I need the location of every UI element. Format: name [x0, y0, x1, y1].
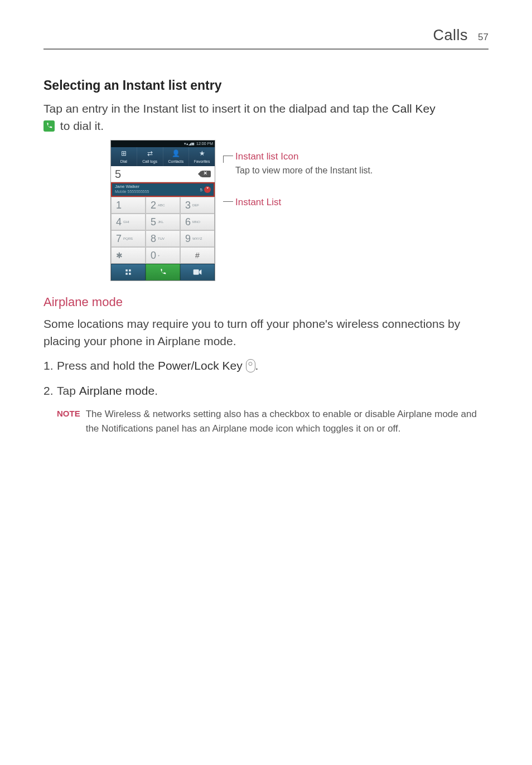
key-6[interactable]: 6MNO — [180, 214, 215, 230]
step-1: 1. Press and hold the Power/Lock Key . — [43, 357, 489, 374]
key-sub: + — [158, 253, 160, 258]
key-main: # — [195, 250, 200, 261]
step-2: 2. Tap Airplane mode. — [43, 382, 489, 399]
call-logs-icon: ⇄ — [147, 149, 153, 158]
key-main: 9 — [185, 231, 191, 246]
contacts-icon: 👤 — [172, 149, 180, 158]
statusbar: ▾▴◢◼ 12:00 PM — [111, 141, 215, 147]
page-number: 57 — [478, 31, 489, 45]
key-main: ✱ — [116, 250, 123, 261]
dialer-figure: ▾▴◢◼ 12:00 PM ⊞ Dial ⇄ Call logs 👤 Conta… — [110, 140, 489, 281]
section1-paragraph: Tap an entry in the Instant list to inse… — [43, 100, 489, 134]
note-text: The Wireless & networks setting also has… — [86, 407, 489, 435]
steps-list: 1. Press and hold the Power/Lock Key . 2… — [43, 357, 489, 399]
svg-rect-0 — [194, 270, 199, 275]
key-9[interactable]: 9WXYZ — [180, 230, 215, 247]
instant-entry-name: Jane Walker — [115, 185, 149, 189]
callout-instant-list-icon: Instant list Icon Tap to view more of th… — [223, 150, 373, 177]
key-0[interactable]: 0+ — [146, 247, 180, 264]
dial-icon: ⊞ — [121, 149, 127, 158]
tab-label: Call logs — [142, 159, 157, 164]
instant-list-expand[interactable]: 5 ˅ — [200, 186, 211, 193]
tab-favorites[interactable]: ★ Favorites — [189, 147, 215, 166]
key-7[interactable]: 7PQRS — [111, 230, 146, 247]
key-sub: WXYZ — [192, 236, 202, 241]
callout-title: Instant list Icon — [235, 150, 373, 164]
callout-title: Instant List — [235, 196, 373, 210]
keypad: 1 2ABC 3DEF 4GHI 5JKL 6MNO 7PQRS 8TUV 9W… — [111, 197, 215, 264]
dialed-number: 5 — [115, 166, 121, 182]
section1-para-b: to dial it. — [57, 119, 104, 132]
key-main: 0 — [151, 248, 156, 263]
tab-dial[interactable]: ⊞ Dial — [111, 147, 137, 166]
note-block: NOTE The Wireless & networks setting als… — [43, 407, 489, 435]
tab-label: Dial — [120, 159, 127, 164]
section2-paragraph: Some locations may require you to turn o… — [43, 316, 489, 350]
key-sub: PQRS — [123, 236, 133, 241]
key-main: 2 — [151, 198, 156, 212]
step2-text-a: Tap — [57, 384, 79, 397]
favorites-icon: ★ — [199, 149, 205, 158]
tab-call-logs[interactable]: ⇄ Call logs — [137, 147, 163, 166]
key-2[interactable]: 2ABC — [146, 197, 180, 214]
callout-desc: Tap to view more of the Instant list. — [235, 164, 373, 177]
note-label: NOTE — [57, 407, 80, 435]
section1-para-a: Tap an entry in the Instant list to inse… — [43, 102, 392, 115]
call-button[interactable] — [146, 264, 180, 280]
step1-text-a: Press and hold the — [57, 359, 158, 372]
tab-label: Favorites — [194, 159, 210, 164]
dialer-action-bar — [111, 264, 215, 280]
dialer-tabs: ⊞ Dial ⇄ Call logs 👤 Contacts ★ Favorite… — [111, 147, 215, 166]
key-star[interactable]: ✱ — [111, 247, 146, 264]
key-main: 5 — [151, 215, 156, 229]
call-key-label: Call Key — [392, 102, 436, 115]
video-call-button[interactable] — [180, 264, 215, 280]
step-number: 1. — [43, 357, 54, 374]
section-title-airplane-mode: Airplane mode — [43, 293, 489, 311]
key-8[interactable]: 8TUV — [146, 230, 180, 247]
key-sub: TUV — [158, 236, 165, 241]
statusbar-time: 12:00 PM — [196, 141, 213, 147]
step-number: 2. — [43, 382, 54, 399]
call-key-icon — [43, 120, 55, 132]
callout-leader — [223, 201, 233, 202]
voicemail-button[interactable] — [111, 264, 146, 280]
key-sub: JKL — [158, 220, 163, 225]
backspace-icon[interactable] — [201, 171, 211, 177]
page-header: Calls 57 — [43, 25, 489, 50]
key-sub: GHI — [123, 220, 129, 225]
key-3[interactable]: 3DEF — [180, 197, 215, 214]
step2-text-b: . — [154, 384, 158, 397]
key-main: 4 — [116, 215, 122, 229]
power-lock-key-icon — [246, 359, 255, 372]
key-1[interactable]: 1 — [111, 197, 146, 214]
tab-contacts[interactable]: 👤 Contacts — [163, 147, 190, 166]
chevron-down-icon: ˅ — [204, 186, 211, 193]
step1-text-b: . — [255, 359, 259, 372]
key-5[interactable]: 5JKL — [146, 214, 180, 230]
tab-label: Contacts — [168, 159, 184, 164]
section-title-instant-list: Selecting an Instant list entry — [43, 76, 489, 95]
header-section-title: Calls — [433, 25, 468, 46]
key-4[interactable]: 4GHI — [111, 214, 146, 230]
key-main: 7 — [116, 231, 122, 246]
figure-callouts: Instant list Icon Tap to view more of th… — [223, 140, 373, 225]
power-lock-key-label: Power/Lock Key — [158, 359, 243, 372]
dial-display: 5 — [111, 166, 215, 182]
callout-instant-list: Instant List — [223, 196, 373, 210]
key-main: 3 — [185, 198, 191, 212]
phone-screenshot: ▾▴◢◼ 12:00 PM ⊞ Dial ⇄ Call logs 👤 Conta… — [110, 140, 215, 281]
instant-count: 5 — [200, 187, 202, 193]
key-hash[interactable]: # — [180, 247, 215, 264]
key-main: 6 — [185, 215, 191, 229]
key-main: 1 — [116, 198, 122, 212]
callout-leader — [223, 156, 233, 156]
key-sub: DEF — [192, 203, 199, 208]
wifi-icon: ▾▴◢◼ — [184, 141, 195, 147]
key-sub: MNO — [192, 220, 200, 225]
instant-list-entry[interactable]: Jane Walker Mobile 5555555555 5 ˅ — [111, 182, 215, 197]
key-sub: ABC — [158, 203, 165, 208]
instant-entry-detail: Mobile 5555555555 — [115, 189, 149, 195]
key-main: 8 — [151, 231, 156, 246]
airplane-mode-label: Airplane mode — [79, 384, 154, 397]
